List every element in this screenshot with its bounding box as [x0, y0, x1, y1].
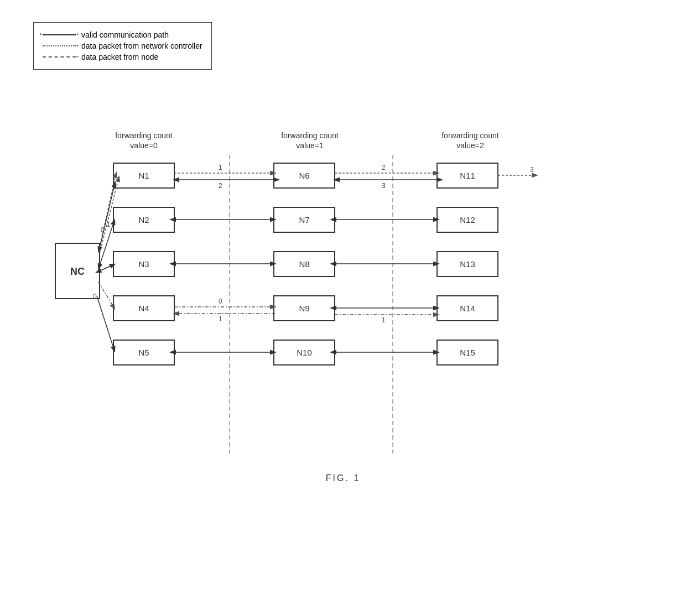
col0-label-line1: forwarding count: [115, 131, 173, 140]
n6-box: [274, 163, 335, 188]
col2-label-line2: value=2: [456, 141, 484, 150]
n14-box: [437, 296, 498, 321]
legend-nc-packet-label: data packet from network controller: [81, 41, 202, 50]
n4-n9-label1: 1: [219, 315, 222, 323]
nc-n1-label1: 1: [107, 221, 111, 228]
n4-n9-label0: 0: [219, 297, 222, 305]
n2-label: N2: [138, 215, 149, 225]
nc-box: [55, 243, 100, 299]
n11-out-label3: 3: [530, 166, 534, 174]
n3-label: N3: [138, 259, 149, 269]
n7-box: [274, 207, 335, 232]
legend-valid-path-label: valid communication path: [81, 30, 169, 39]
n11-box: [437, 163, 498, 188]
n15-box: [437, 340, 498, 365]
n4-label: N4: [138, 304, 149, 313]
n11-label: N11: [460, 171, 475, 180]
n4-box: [113, 296, 174, 321]
nc-n1-label0: 0: [101, 226, 105, 234]
n6-n11-label2: 2: [382, 164, 386, 171]
n3-box: [113, 252, 174, 276]
n1-label: N1: [138, 171, 149, 180]
nc-n4-label0: 0: [93, 293, 97, 300]
nc-label: NC: [70, 266, 85, 277]
col1-label-line2: value=1: [296, 141, 324, 150]
legend-valid-path: valid communication path: [43, 30, 202, 39]
col0-label-line2: value=0: [130, 141, 158, 150]
nc-n5-arrow: [97, 296, 115, 351]
nc-n1-solid: [100, 182, 115, 248]
n9-label: N9: [299, 304, 309, 313]
n13-box: [437, 252, 498, 276]
n8-label: N8: [299, 259, 309, 269]
valid-path-line-icon: [43, 34, 76, 35]
diagram-svg: forwarding count value=0 forwarding coun…: [0, 0, 686, 498]
figure-label: FIG. 1: [326, 473, 360, 483]
n5-label: N5: [138, 348, 149, 357]
nc-n2-solid: [100, 220, 115, 265]
n10-label: N10: [297, 348, 312, 357]
n9-box: [274, 296, 335, 321]
n6-label: N6: [299, 171, 309, 180]
n13-label: N13: [460, 259, 475, 269]
legend: valid communication path data packet fro…: [33, 22, 212, 70]
n1-box: [113, 163, 174, 188]
n6-n11-label3: 3: [382, 182, 386, 190]
col2-label-line1: forwarding count: [441, 131, 499, 140]
n15-label: N15: [460, 348, 475, 357]
nc-packet-line-icon: [43, 45, 76, 46]
n12-label: N12: [460, 215, 475, 225]
n7-label: N7: [299, 215, 309, 225]
n8-box: [274, 252, 335, 276]
n10-box: [274, 340, 335, 365]
n9-n14-label1: 1: [382, 316, 386, 324]
nc-n3-solid: [100, 264, 115, 271]
n5-box: [113, 340, 174, 365]
n1-n6-label1: 1: [219, 164, 222, 171]
n12-box: [437, 207, 498, 232]
node-packet-line-icon: [43, 56, 76, 58]
n1-n6-label2: 2: [219, 182, 222, 190]
nc-to-n4-dashdot: [98, 282, 115, 309]
col1-label-line1: forwarding count: [281, 131, 339, 140]
legend-node-packet: data packet from node: [43, 53, 202, 61]
nc-to-n1-dotted2: [100, 177, 119, 253]
n14-label: N14: [460, 304, 475, 313]
nc-to-n1-dotted: [98, 173, 116, 252]
legend-node-packet-label: data packet from node: [81, 53, 158, 61]
legend-nc-packet: data packet from network controller: [43, 41, 202, 50]
n2-box: [113, 207, 174, 232]
